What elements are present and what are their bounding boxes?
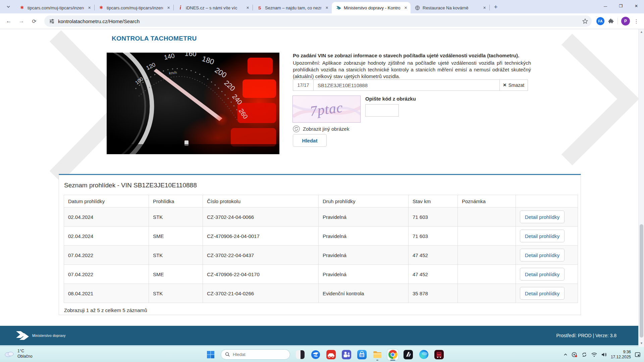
cell-druh: Pravidelná xyxy=(319,265,409,284)
profile-avatar[interactable]: P xyxy=(621,17,630,25)
detail-button[interactable]: Detail prohlídky xyxy=(520,287,565,300)
system-tray: 9:36 17.12.2025 xyxy=(563,347,641,362)
tab-close-icon[interactable] xyxy=(403,5,409,11)
cell-druh: Pravidelná xyxy=(319,246,409,265)
tab-ministerstvo-dopravy-active[interactable]: Ministerstvo dopravy - Kontrola xyxy=(332,2,411,13)
detail-button[interactable]: Detail prohlídky xyxy=(520,230,565,242)
forward-button[interactable] xyxy=(16,16,27,26)
back-button[interactable] xyxy=(3,16,14,26)
maximize-button[interactable] xyxy=(613,0,629,12)
site-footer: Ministerstvo dopravy Prostředí: PROD | V… xyxy=(0,326,644,345)
cell-poznamka xyxy=(458,284,516,303)
minimize-button[interactable] xyxy=(598,0,613,12)
taskbar-search-input[interactable] xyxy=(233,352,280,357)
page-scrollbar[interactable] xyxy=(638,29,644,347)
desktop-screen: tipcars.com/muj-tipcars/inzerce tipcars.… xyxy=(0,0,644,362)
taskbar-weather-widget[interactable]: 1°C Oblačno xyxy=(4,348,33,359)
detail-button[interactable]: Detail prohlídky xyxy=(520,249,565,261)
tab-tipcars-2[interactable]: tipcars.com/muj-tipcars/inzerce xyxy=(95,2,173,13)
cell-datum: 08.04.2021 xyxy=(64,284,149,303)
tab-close-icon[interactable] xyxy=(245,5,251,11)
taskbar-app-dark-icon[interactable] xyxy=(403,349,414,360)
results-title: Seznam prohlídek - VIN SB1ZE3JE10E110888 xyxy=(64,182,577,189)
taskbar-app-thunderbird-icon[interactable] xyxy=(310,349,321,360)
taskbar-app-tipcars-icon[interactable] xyxy=(326,349,336,360)
cell-prohlidka: STK xyxy=(149,284,203,303)
tab-idnes[interactable]: iDNES.cz – s námi víte víc xyxy=(174,2,253,13)
page-title: KONTROLA TACHOMETRU xyxy=(112,35,197,42)
sync-icon[interactable] xyxy=(581,352,587,358)
cell-prohlidka: SME xyxy=(149,265,203,284)
taskbar-app-teams-icon[interactable] xyxy=(341,349,352,360)
start-button[interactable] xyxy=(205,349,216,360)
clear-vin-button[interactable]: Smazat xyxy=(499,80,528,90)
ministry-logo-favicon-icon xyxy=(336,5,341,10)
close-window-button[interactable] xyxy=(629,0,644,12)
tab-title: Ministerstvo dopravy - Kontrola xyxy=(344,5,400,10)
reload-button[interactable] xyxy=(29,16,40,26)
cell-poznamka xyxy=(458,207,516,227)
detail-button[interactable]: Detail prohlídky xyxy=(520,210,565,223)
address-bar[interactable]: kontrolatachometru.cz/Home/Search xyxy=(44,15,592,27)
vin-input[interactable] xyxy=(314,80,499,90)
extensions-puzzle-icon[interactable] xyxy=(608,18,614,24)
taskbar-app-store-icon[interactable] xyxy=(357,349,367,360)
cell-km: 71 603 xyxy=(409,207,458,227)
captcha-input[interactable] xyxy=(365,104,399,117)
taskbar-app-chrome-icon[interactable] xyxy=(387,349,398,360)
update-badge-icon[interactable] xyxy=(572,352,578,358)
tab-close-icon[interactable] xyxy=(482,5,487,11)
tab-seznam[interactable]: Seznam – najdu tam, co neznám xyxy=(253,2,332,13)
col-datum: Datum prohlídky xyxy=(64,195,149,207)
dial-number: 160 xyxy=(184,53,197,58)
taskbar-app-truck-game-icon[interactable] xyxy=(434,349,444,360)
scrollbar-down-arrow-icon[interactable] xyxy=(639,341,644,346)
globe-favicon-icon xyxy=(415,5,420,10)
toolbar-right-cluster: FA P xyxy=(596,17,639,25)
taskbar-app-file-explorer-icon[interactable] xyxy=(372,349,383,360)
clear-label: Smazat xyxy=(508,82,524,88)
tab-tipcars-1[interactable]: tipcars.com/muj-tipcars/inzerce xyxy=(15,2,94,13)
taskbar-search-box[interactable] xyxy=(221,349,290,360)
cell-poznamka xyxy=(458,265,516,284)
col-poznamka: Poznámka xyxy=(458,195,516,207)
tab-close-icon[interactable] xyxy=(87,5,92,11)
tab-search-button[interactable] xyxy=(4,2,13,11)
tab-close-icon[interactable] xyxy=(166,5,171,11)
search-button[interactable]: Hledat xyxy=(293,134,327,147)
taskbar-app-edge-icon[interactable] xyxy=(418,349,429,360)
hidden-icons-chevron-icon[interactable] xyxy=(563,352,568,357)
ministry-logo: Ministerstvo dopravy xyxy=(15,330,66,341)
tab-restaurace[interactable]: Restaurace Na kovárně xyxy=(411,2,489,13)
site-info-icon[interactable] xyxy=(49,18,55,24)
scrollbar-up-arrow-icon[interactable] xyxy=(639,29,644,35)
tab-close-icon[interactable] xyxy=(324,5,330,11)
captcha-image: 7ptac xyxy=(292,96,361,123)
table-row: 08.04.2021 STK CZ-3702-21-04-0266 Eviden… xyxy=(64,284,578,303)
taskbar-app-notes-icon[interactable] xyxy=(295,349,306,360)
col-stav-km: Stav km xyxy=(409,195,458,207)
tab-strip: tipcars.com/muj-tipcars/inzerce tipcars.… xyxy=(0,0,644,13)
detail-button[interactable]: Detail prohlídky xyxy=(520,268,565,281)
taskbar-clock[interactable]: 9:36 17.12.2025 xyxy=(611,350,631,360)
cell-druh: Pravidelná xyxy=(319,207,409,227)
taskbar-center-cluster xyxy=(205,347,444,362)
refresh-captcha-link[interactable]: Zobrazit jiný obrázek xyxy=(292,125,349,133)
environment-version-text: Prostředí: PROD | Verze: 3.8 xyxy=(556,333,616,338)
fa-extension-icon[interactable]: FA xyxy=(596,17,604,25)
scrollbar-thumb[interactable] xyxy=(640,224,643,338)
new-tab-button[interactable] xyxy=(491,2,500,12)
wifi-icon[interactable] xyxy=(591,352,597,357)
cell-km: 35 878 xyxy=(409,284,458,303)
url-text: kontrolatachometru.cz/Home/Search xyxy=(58,18,582,24)
ministry-logo-text: Ministerstvo dopravy xyxy=(32,334,66,338)
chevron-down-icon xyxy=(6,5,10,9)
browser-menu-icon[interactable] xyxy=(633,18,639,24)
cell-protokol: CZ-3702-22-04-0437 xyxy=(203,246,319,265)
window-controls xyxy=(598,0,644,12)
bookmark-star-icon[interactable] xyxy=(582,18,588,24)
results-panel: Seznam prohlídek - VIN SB1ZE3JE10E110888… xyxy=(59,174,581,315)
notifications-icon[interactable] xyxy=(635,352,641,358)
table-row: 02.04.2024 STK CZ-3702-24-04-0066 Pravid… xyxy=(64,207,578,227)
volume-icon[interactable] xyxy=(601,352,607,357)
